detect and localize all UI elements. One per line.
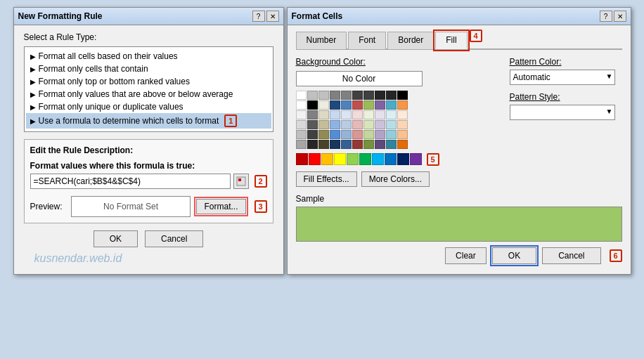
pattern-style-select[interactable]: ▼ [510, 105, 615, 120]
color-cell[interactable] [318, 120, 329, 129]
formula-input[interactable] [30, 174, 231, 189]
color-cell[interactable] [330, 120, 340, 129]
color-cell[interactable] [397, 100, 408, 110]
color-cell[interactable] [296, 140, 307, 149]
color-cell[interactable] [341, 130, 352, 139]
color-cell[interactable] [330, 140, 340, 149]
rule-item-5[interactable]: ▶ Use a formula to determine which cells… [26, 113, 271, 129]
ok-button-right[interactable]: OK [492, 247, 536, 264]
color-cell[interactable] [386, 140, 397, 149]
color-cell[interactable] [363, 110, 374, 119]
help-button-left[interactable]: ? [252, 11, 265, 22]
no-color-button[interactable]: No Color [296, 71, 423, 86]
close-button-left[interactable]: ✕ [266, 11, 279, 22]
color-cell[interactable] [341, 120, 352, 129]
rule-label-3: Format only values that are above or bel… [39, 89, 233, 99]
color-cell[interactable] [375, 100, 385, 110]
color-cell-std-5[interactable] [359, 153, 371, 165]
ok-button-left[interactable]: OK [94, 230, 138, 247]
color-cell[interactable] [386, 91, 397, 100]
right-window-title: Format Cells [292, 11, 343, 21]
color-cell[interactable] [352, 100, 363, 110]
color-cell[interactable] [386, 130, 397, 139]
pattern-color-select[interactable]: Automatic ▼ [510, 70, 615, 85]
rule-item-1[interactable]: ▶ Format only cells that contain [26, 63, 271, 75]
tab-border[interactable]: Border [387, 32, 434, 49]
color-cell-std-7[interactable] [385, 153, 397, 165]
color-cell-std-1[interactable] [309, 153, 321, 165]
color-cell[interactable] [341, 140, 352, 149]
color-cell[interactable] [318, 110, 329, 119]
color-cell[interactable] [397, 140, 408, 149]
help-button-right[interactable]: ? [600, 11, 612, 22]
color-cell[interactable] [397, 110, 408, 119]
color-cell[interactable] [375, 91, 385, 100]
color-cell[interactable] [397, 120, 408, 129]
color-cell[interactable] [341, 91, 352, 100]
formula-picker-button[interactable] [233, 174, 249, 189]
color-cell[interactable] [296, 110, 307, 119]
color-cell-std-8[interactable] [397, 153, 409, 165]
color-cell[interactable] [330, 130, 340, 139]
color-cell[interactable] [307, 140, 318, 149]
tab-font[interactable]: Font [348, 32, 386, 49]
color-cell[interactable] [397, 91, 408, 100]
clear-button[interactable]: Clear [445, 247, 487, 264]
color-cell[interactable] [386, 100, 397, 110]
color-cell[interactable] [330, 100, 340, 110]
more-colors-button[interactable]: More Colors... [361, 171, 430, 187]
color-cell[interactable] [352, 110, 363, 119]
color-cell-std-0[interactable] [296, 153, 308, 165]
color-cell[interactable] [363, 100, 374, 110]
color-cell[interactable] [341, 100, 352, 110]
color-cell[interactable] [296, 91, 307, 100]
color-cell[interactable] [375, 140, 385, 149]
format-button[interactable]: Format... [196, 199, 245, 214]
color-cell-std-9[interactable] [410, 153, 422, 165]
color-cell[interactable] [386, 120, 397, 129]
color-cell[interactable] [318, 140, 329, 149]
rule-item-0[interactable]: ▶ Format all cells based on their values [26, 50, 271, 63]
cancel-button-left[interactable]: Cancel [145, 230, 203, 247]
color-cell[interactable] [363, 91, 374, 100]
color-cell[interactable] [341, 110, 352, 119]
color-cell[interactable] [307, 130, 318, 139]
tab-fill[interactable]: Fill 4 [435, 32, 467, 49]
color-cell[interactable] [318, 100, 329, 110]
color-cell[interactable] [296, 130, 307, 139]
color-grid: 5 [296, 91, 498, 166]
color-cell[interactable] [352, 140, 363, 149]
color-cell[interactable] [296, 100, 307, 110]
cancel-button-right[interactable]: Cancel [542, 247, 600, 264]
color-cell[interactable] [307, 110, 318, 119]
rule-item-4[interactable]: ▶ Format only unique or duplicate values [26, 100, 271, 113]
color-cell-std-2[interactable] [321, 153, 333, 165]
tab-number[interactable]: Number [296, 32, 347, 49]
color-cell-std-4[interactable] [347, 153, 359, 165]
color-cell[interactable] [307, 91, 318, 100]
color-cell[interactable] [386, 110, 397, 119]
color-cell[interactable] [363, 120, 374, 129]
color-cell[interactable] [397, 130, 408, 139]
color-cell[interactable] [330, 110, 340, 119]
color-cell[interactable] [307, 120, 318, 129]
rule-item-2[interactable]: ▶ Format only top or bottom ranked value… [26, 75, 271, 88]
color-cell-std-3[interactable] [334, 153, 346, 165]
color-cell[interactable] [318, 130, 329, 139]
close-button-right[interactable]: ✕ [614, 11, 626, 22]
color-cell[interactable] [352, 120, 363, 129]
color-cell[interactable] [363, 130, 374, 139]
color-cell[interactable] [363, 140, 374, 149]
rule-item-3[interactable]: ▶ Format only values that are above or b… [26, 88, 271, 100]
fill-effects-button[interactable]: Fill Effects... [296, 171, 357, 187]
color-cell[interactable] [375, 130, 385, 139]
color-cell[interactable] [296, 120, 307, 129]
color-cell[interactable] [330, 91, 340, 100]
color-cell[interactable] [352, 130, 363, 139]
color-cell[interactable] [318, 91, 329, 100]
color-cell[interactable] [352, 91, 363, 100]
color-cell[interactable] [307, 100, 318, 110]
color-cell-std-6[interactable] [372, 153, 384, 165]
color-cell[interactable] [375, 110, 385, 119]
color-cell[interactable] [375, 120, 385, 129]
